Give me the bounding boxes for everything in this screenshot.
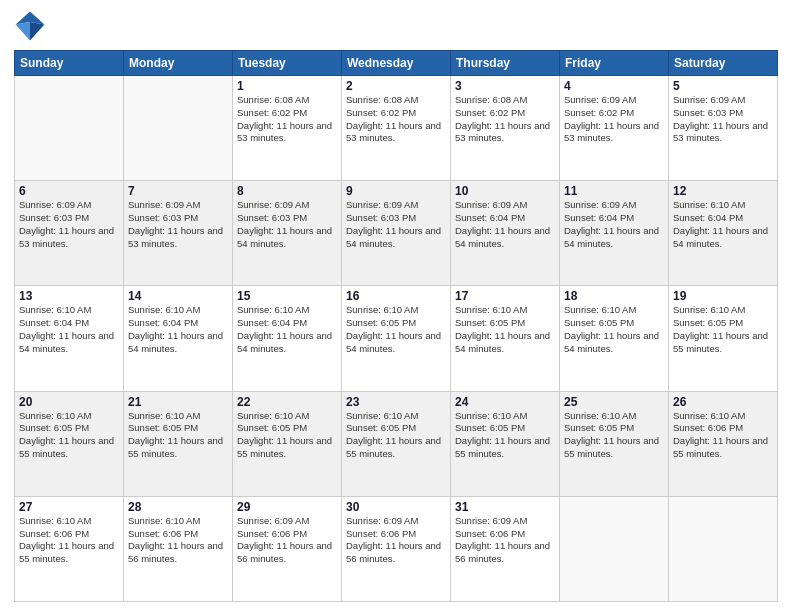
cell-info: Sunrise: 6:10 AMSunset: 6:05 PMDaylight:… (19, 410, 119, 461)
day-number: 14 (128, 289, 228, 303)
day-cell: 18Sunrise: 6:10 AMSunset: 6:05 PMDayligh… (560, 286, 669, 391)
cell-info: Sunrise: 6:08 AMSunset: 6:02 PMDaylight:… (237, 94, 337, 145)
day-cell (124, 76, 233, 181)
cell-info: Sunrise: 6:09 AMSunset: 6:04 PMDaylight:… (455, 199, 555, 250)
cell-info: Sunrise: 6:09 AMSunset: 6:03 PMDaylight:… (19, 199, 119, 250)
day-number: 21 (128, 395, 228, 409)
cell-info: Sunrise: 6:08 AMSunset: 6:02 PMDaylight:… (455, 94, 555, 145)
week-row-3: 13Sunrise: 6:10 AMSunset: 6:04 PMDayligh… (15, 286, 778, 391)
cell-info: Sunrise: 6:09 AMSunset: 6:02 PMDaylight:… (564, 94, 664, 145)
header-row: SundayMondayTuesdayWednesdayThursdayFrid… (15, 51, 778, 76)
day-cell: 27Sunrise: 6:10 AMSunset: 6:06 PMDayligh… (15, 496, 124, 601)
day-cell: 16Sunrise: 6:10 AMSunset: 6:05 PMDayligh… (342, 286, 451, 391)
cell-info: Sunrise: 6:10 AMSunset: 6:05 PMDaylight:… (564, 304, 664, 355)
day-number: 17 (455, 289, 555, 303)
cell-info: Sunrise: 6:10 AMSunset: 6:04 PMDaylight:… (237, 304, 337, 355)
day-number: 30 (346, 500, 446, 514)
cell-info: Sunrise: 6:09 AMSunset: 6:06 PMDaylight:… (346, 515, 446, 566)
week-row-4: 20Sunrise: 6:10 AMSunset: 6:05 PMDayligh… (15, 391, 778, 496)
day-number: 27 (19, 500, 119, 514)
cell-info: Sunrise: 6:10 AMSunset: 6:04 PMDaylight:… (128, 304, 228, 355)
cell-info: Sunrise: 6:09 AMSunset: 6:03 PMDaylight:… (673, 94, 773, 145)
day-number: 5 (673, 79, 773, 93)
cell-info: Sunrise: 6:10 AMSunset: 6:05 PMDaylight:… (346, 304, 446, 355)
day-cell: 5Sunrise: 6:09 AMSunset: 6:03 PMDaylight… (669, 76, 778, 181)
day-cell: 25Sunrise: 6:10 AMSunset: 6:05 PMDayligh… (560, 391, 669, 496)
day-number: 31 (455, 500, 555, 514)
cell-info: Sunrise: 6:10 AMSunset: 6:06 PMDaylight:… (128, 515, 228, 566)
day-cell: 29Sunrise: 6:09 AMSunset: 6:06 PMDayligh… (233, 496, 342, 601)
week-row-2: 6Sunrise: 6:09 AMSunset: 6:03 PMDaylight… (15, 181, 778, 286)
week-row-1: 1Sunrise: 6:08 AMSunset: 6:02 PMDaylight… (15, 76, 778, 181)
day-cell: 31Sunrise: 6:09 AMSunset: 6:06 PMDayligh… (451, 496, 560, 601)
cell-info: Sunrise: 6:09 AMSunset: 6:06 PMDaylight:… (237, 515, 337, 566)
day-cell: 26Sunrise: 6:10 AMSunset: 6:06 PMDayligh… (669, 391, 778, 496)
cell-info: Sunrise: 6:09 AMSunset: 6:03 PMDaylight:… (237, 199, 337, 250)
day-number: 23 (346, 395, 446, 409)
day-cell (15, 76, 124, 181)
day-cell: 22Sunrise: 6:10 AMSunset: 6:05 PMDayligh… (233, 391, 342, 496)
day-cell: 12Sunrise: 6:10 AMSunset: 6:04 PMDayligh… (669, 181, 778, 286)
week-row-5: 27Sunrise: 6:10 AMSunset: 6:06 PMDayligh… (15, 496, 778, 601)
day-cell: 20Sunrise: 6:10 AMSunset: 6:05 PMDayligh… (15, 391, 124, 496)
cell-info: Sunrise: 6:09 AMSunset: 6:03 PMDaylight:… (346, 199, 446, 250)
day-cell: 9Sunrise: 6:09 AMSunset: 6:03 PMDaylight… (342, 181, 451, 286)
day-number: 29 (237, 500, 337, 514)
col-header-friday: Friday (560, 51, 669, 76)
day-number: 16 (346, 289, 446, 303)
cell-info: Sunrise: 6:10 AMSunset: 6:05 PMDaylight:… (455, 410, 555, 461)
day-cell: 2Sunrise: 6:08 AMSunset: 6:02 PMDaylight… (342, 76, 451, 181)
day-cell (669, 496, 778, 601)
day-number: 12 (673, 184, 773, 198)
day-cell: 6Sunrise: 6:09 AMSunset: 6:03 PMDaylight… (15, 181, 124, 286)
cell-info: Sunrise: 6:08 AMSunset: 6:02 PMDaylight:… (346, 94, 446, 145)
day-number: 20 (19, 395, 119, 409)
day-cell: 21Sunrise: 6:10 AMSunset: 6:05 PMDayligh… (124, 391, 233, 496)
day-cell (560, 496, 669, 601)
cell-info: Sunrise: 6:09 AMSunset: 6:06 PMDaylight:… (455, 515, 555, 566)
day-cell: 28Sunrise: 6:10 AMSunset: 6:06 PMDayligh… (124, 496, 233, 601)
day-cell: 24Sunrise: 6:10 AMSunset: 6:05 PMDayligh… (451, 391, 560, 496)
day-number: 6 (19, 184, 119, 198)
day-number: 2 (346, 79, 446, 93)
day-cell: 30Sunrise: 6:09 AMSunset: 6:06 PMDayligh… (342, 496, 451, 601)
day-cell: 15Sunrise: 6:10 AMSunset: 6:04 PMDayligh… (233, 286, 342, 391)
day-number: 24 (455, 395, 555, 409)
day-cell: 13Sunrise: 6:10 AMSunset: 6:04 PMDayligh… (15, 286, 124, 391)
cell-info: Sunrise: 6:10 AMSunset: 6:05 PMDaylight:… (346, 410, 446, 461)
day-cell: 1Sunrise: 6:08 AMSunset: 6:02 PMDaylight… (233, 76, 342, 181)
col-header-saturday: Saturday (669, 51, 778, 76)
day-number: 8 (237, 184, 337, 198)
page: SundayMondayTuesdayWednesdayThursdayFrid… (0, 0, 792, 612)
day-number: 28 (128, 500, 228, 514)
day-cell: 14Sunrise: 6:10 AMSunset: 6:04 PMDayligh… (124, 286, 233, 391)
day-number: 4 (564, 79, 664, 93)
col-header-sunday: Sunday (15, 51, 124, 76)
cell-info: Sunrise: 6:10 AMSunset: 6:05 PMDaylight:… (673, 304, 773, 355)
day-number: 22 (237, 395, 337, 409)
day-number: 19 (673, 289, 773, 303)
day-number: 18 (564, 289, 664, 303)
day-number: 26 (673, 395, 773, 409)
day-cell: 3Sunrise: 6:08 AMSunset: 6:02 PMDaylight… (451, 76, 560, 181)
cell-info: Sunrise: 6:10 AMSunset: 6:05 PMDaylight:… (564, 410, 664, 461)
logo-icon (14, 10, 46, 42)
day-cell: 19Sunrise: 6:10 AMSunset: 6:05 PMDayligh… (669, 286, 778, 391)
cell-info: Sunrise: 6:09 AMSunset: 6:03 PMDaylight:… (128, 199, 228, 250)
cell-info: Sunrise: 6:09 AMSunset: 6:04 PMDaylight:… (564, 199, 664, 250)
day-cell: 4Sunrise: 6:09 AMSunset: 6:02 PMDaylight… (560, 76, 669, 181)
day-number: 3 (455, 79, 555, 93)
day-number: 15 (237, 289, 337, 303)
day-number: 25 (564, 395, 664, 409)
day-number: 11 (564, 184, 664, 198)
day-cell: 10Sunrise: 6:09 AMSunset: 6:04 PMDayligh… (451, 181, 560, 286)
cell-info: Sunrise: 6:10 AMSunset: 6:05 PMDaylight:… (128, 410, 228, 461)
svg-marker-1 (30, 22, 44, 40)
col-header-tuesday: Tuesday (233, 51, 342, 76)
day-number: 13 (19, 289, 119, 303)
col-header-wednesday: Wednesday (342, 51, 451, 76)
col-header-thursday: Thursday (451, 51, 560, 76)
day-number: 10 (455, 184, 555, 198)
day-number: 7 (128, 184, 228, 198)
day-cell: 17Sunrise: 6:10 AMSunset: 6:05 PMDayligh… (451, 286, 560, 391)
